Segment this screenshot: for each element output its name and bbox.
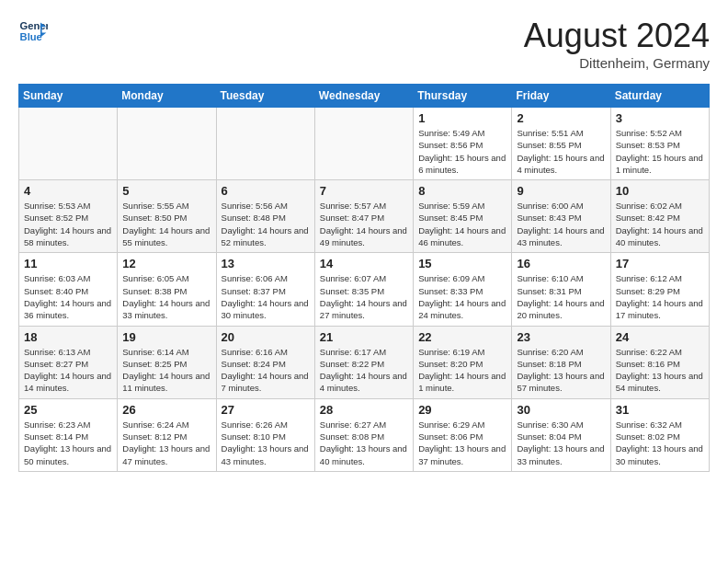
calendar-cell: 22Sunrise: 6:19 AM Sunset: 8:20 PM Dayli…	[414, 326, 512, 398]
cell-content: Sunrise: 6:16 AM Sunset: 8:24 PM Dayligh…	[222, 346, 310, 395]
week-row-1: 1Sunrise: 5:49 AM Sunset: 8:56 PM Daylig…	[19, 108, 710, 180]
cell-content: Sunrise: 6:29 AM Sunset: 8:06 PM Dayligh…	[418, 419, 506, 467]
cell-content: Sunrise: 6:22 AM Sunset: 8:16 PM Dayligh…	[616, 346, 704, 395]
calendar-cell: 27Sunrise: 6:26 AM Sunset: 8:10 PM Dayli…	[216, 398, 314, 471]
day-number: 15	[418, 257, 506, 270]
cell-content: Sunrise: 6:32 AM Sunset: 8:02 PM Dayligh…	[616, 419, 704, 467]
calendar-table: SundayMondayTuesdayWednesdayThursdayFrid…	[18, 84, 710, 472]
header: General Blue August 2024 Dittenheim, Ger…	[18, 17, 710, 71]
month-title: August 2024	[524, 17, 710, 55]
day-number: 13	[222, 257, 310, 270]
day-number: 29	[418, 403, 506, 417]
day-number: 6	[222, 184, 310, 198]
day-number: 25	[24, 403, 112, 417]
calendar-cell: 3Sunrise: 5:52 AM Sunset: 8:53 PM Daylig…	[610, 108, 709, 180]
week-row-4: 18Sunrise: 6:13 AM Sunset: 8:27 PM Dayli…	[19, 326, 710, 398]
day-header-wednesday: Wednesday	[314, 85, 413, 108]
day-number: 19	[122, 330, 210, 344]
logo-icon: General Blue	[18, 17, 48, 46]
day-number: 16	[517, 257, 605, 270]
day-number: 9	[517, 184, 605, 198]
calendar-cell	[216, 108, 314, 180]
cell-content: Sunrise: 6:24 AM Sunset: 8:12 PM Dayligh…	[122, 419, 210, 467]
cell-content: Sunrise: 5:56 AM Sunset: 8:48 PM Dayligh…	[222, 200, 310, 248]
day-number: 4	[24, 184, 112, 198]
cell-content: Sunrise: 5:57 AM Sunset: 8:47 PM Dayligh…	[320, 200, 408, 248]
calendar-cell: 8Sunrise: 5:59 AM Sunset: 8:45 PM Daylig…	[414, 180, 512, 253]
cell-content: Sunrise: 6:09 AM Sunset: 8:33 PM Dayligh…	[418, 272, 506, 321]
day-header-thursday: Thursday	[414, 85, 512, 108]
calendar-header-row: SundayMondayTuesdayWednesdayThursdayFrid…	[19, 85, 710, 108]
cell-content: Sunrise: 6:26 AM Sunset: 8:10 PM Dayligh…	[222, 419, 310, 467]
cell-content: Sunrise: 6:06 AM Sunset: 8:37 PM Dayligh…	[222, 272, 310, 321]
calendar-cell: 28Sunrise: 6:27 AM Sunset: 8:08 PM Dayli…	[314, 398, 413, 471]
day-number: 28	[320, 403, 408, 417]
calendar-cell: 5Sunrise: 5:55 AM Sunset: 8:50 PM Daylig…	[118, 180, 216, 253]
cell-content: Sunrise: 6:02 AM Sunset: 8:42 PM Dayligh…	[616, 200, 704, 248]
cell-content: Sunrise: 6:23 AM Sunset: 8:14 PM Dayligh…	[24, 419, 112, 467]
cell-content: Sunrise: 6:20 AM Sunset: 8:18 PM Dayligh…	[517, 346, 605, 395]
day-number: 1	[418, 111, 506, 125]
calendar-cell: 23Sunrise: 6:20 AM Sunset: 8:18 PM Dayli…	[512, 326, 610, 398]
day-header-monday: Monday	[118, 85, 216, 108]
day-header-tuesday: Tuesday	[216, 85, 314, 108]
day-number: 14	[320, 257, 408, 270]
calendar-cell: 2Sunrise: 5:51 AM Sunset: 8:55 PM Daylig…	[512, 108, 610, 180]
day-number: 10	[616, 184, 704, 198]
page: General Blue August 2024 Dittenheim, Ger…	[0, 0, 728, 481]
logo: General Blue	[18, 17, 48, 46]
calendar-cell: 25Sunrise: 6:23 AM Sunset: 8:14 PM Dayli…	[19, 398, 118, 471]
day-number: 21	[320, 330, 408, 344]
calendar-cell	[19, 108, 118, 180]
calendar-cell: 21Sunrise: 6:17 AM Sunset: 8:22 PM Dayli…	[314, 326, 413, 398]
calendar-cell	[314, 108, 413, 180]
day-number: 2	[517, 111, 605, 125]
day-header-sunday: Sunday	[19, 85, 118, 108]
calendar-cell: 24Sunrise: 6:22 AM Sunset: 8:16 PM Dayli…	[610, 326, 709, 398]
day-number: 3	[616, 111, 704, 125]
cell-content: Sunrise: 5:49 AM Sunset: 8:56 PM Dayligh…	[418, 127, 506, 176]
week-row-2: 4Sunrise: 5:53 AM Sunset: 8:52 PM Daylig…	[19, 180, 710, 253]
calendar-cell: 15Sunrise: 6:09 AM Sunset: 8:33 PM Dayli…	[414, 253, 512, 326]
day-number: 7	[320, 184, 408, 198]
cell-content: Sunrise: 5:51 AM Sunset: 8:55 PM Dayligh…	[517, 127, 605, 176]
cell-content: Sunrise: 5:53 AM Sunset: 8:52 PM Dayligh…	[24, 200, 112, 248]
calendar-cell: 13Sunrise: 6:06 AM Sunset: 8:37 PM Dayli…	[216, 253, 314, 326]
cell-content: Sunrise: 5:55 AM Sunset: 8:50 PM Dayligh…	[122, 200, 210, 248]
calendar-cell: 31Sunrise: 6:32 AM Sunset: 8:02 PM Dayli…	[610, 398, 709, 471]
calendar-cell: 30Sunrise: 6:30 AM Sunset: 8:04 PM Dayli…	[512, 398, 610, 471]
cell-content: Sunrise: 5:52 AM Sunset: 8:53 PM Dayligh…	[616, 127, 704, 176]
calendar-cell: 14Sunrise: 6:07 AM Sunset: 8:35 PM Dayli…	[314, 253, 413, 326]
calendar-cell: 16Sunrise: 6:10 AM Sunset: 8:31 PM Dayli…	[512, 253, 610, 326]
cell-content: Sunrise: 6:30 AM Sunset: 8:04 PM Dayligh…	[517, 419, 605, 467]
cell-content: Sunrise: 6:12 AM Sunset: 8:29 PM Dayligh…	[616, 272, 704, 321]
calendar-cell: 18Sunrise: 6:13 AM Sunset: 8:27 PM Dayli…	[19, 326, 118, 398]
day-number: 26	[122, 403, 210, 417]
calendar-cell: 12Sunrise: 6:05 AM Sunset: 8:38 PM Dayli…	[118, 253, 216, 326]
cell-content: Sunrise: 6:05 AM Sunset: 8:38 PM Dayligh…	[122, 272, 210, 321]
day-header-friday: Friday	[512, 85, 610, 108]
calendar-cell: 1Sunrise: 5:49 AM Sunset: 8:56 PM Daylig…	[414, 108, 512, 180]
cell-content: Sunrise: 5:59 AM Sunset: 8:45 PM Dayligh…	[418, 200, 506, 248]
cell-content: Sunrise: 6:03 AM Sunset: 8:40 PM Dayligh…	[24, 272, 112, 321]
week-row-3: 11Sunrise: 6:03 AM Sunset: 8:40 PM Dayli…	[19, 253, 710, 326]
calendar-cell: 4Sunrise: 5:53 AM Sunset: 8:52 PM Daylig…	[19, 180, 118, 253]
calendar-cell: 10Sunrise: 6:02 AM Sunset: 8:42 PM Dayli…	[610, 180, 709, 253]
calendar-cell: 9Sunrise: 6:00 AM Sunset: 8:43 PM Daylig…	[512, 180, 610, 253]
day-number: 30	[517, 403, 605, 417]
cell-content: Sunrise: 6:27 AM Sunset: 8:08 PM Dayligh…	[320, 419, 408, 467]
calendar-cell: 11Sunrise: 6:03 AM Sunset: 8:40 PM Dayli…	[19, 253, 118, 326]
calendar-cell: 17Sunrise: 6:12 AM Sunset: 8:29 PM Dayli…	[610, 253, 709, 326]
cell-content: Sunrise: 6:10 AM Sunset: 8:31 PM Dayligh…	[517, 272, 605, 321]
cell-content: Sunrise: 6:14 AM Sunset: 8:25 PM Dayligh…	[122, 346, 210, 395]
cell-content: Sunrise: 6:07 AM Sunset: 8:35 PM Dayligh…	[320, 272, 408, 321]
day-number: 11	[24, 257, 112, 270]
week-row-5: 25Sunrise: 6:23 AM Sunset: 8:14 PM Dayli…	[19, 398, 710, 471]
day-number: 24	[616, 330, 704, 344]
day-number: 18	[24, 330, 112, 344]
day-number: 8	[418, 184, 506, 198]
cell-content: Sunrise: 6:19 AM Sunset: 8:20 PM Dayligh…	[418, 346, 506, 395]
svg-text:Blue: Blue	[20, 31, 42, 42]
calendar-cell: 20Sunrise: 6:16 AM Sunset: 8:24 PM Dayli…	[216, 326, 314, 398]
day-number: 31	[616, 403, 704, 417]
